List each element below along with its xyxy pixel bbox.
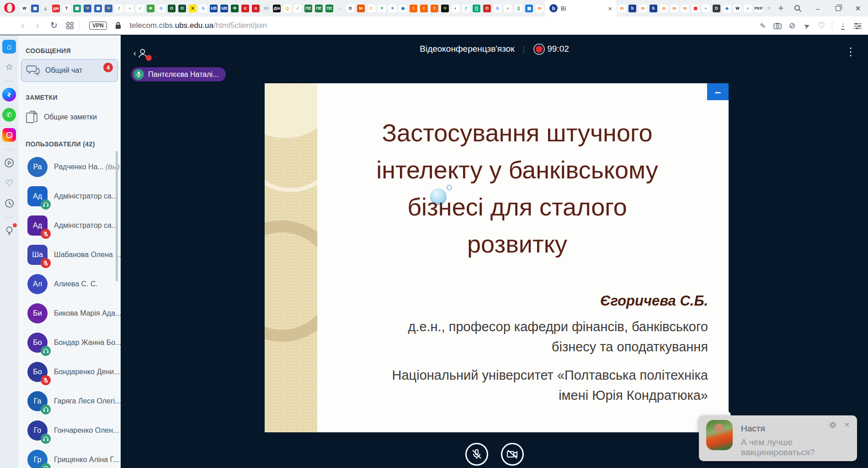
bookmark-heart-icon[interactable]: ♡: [815, 19, 828, 32]
browser-tab[interactable]: G: [198, 0, 208, 16]
browser-tab[interactable]: Ψ: [103, 0, 114, 16]
messenger-icon[interactable]: [2, 88, 16, 102]
browser-tab[interactable]: дм: [51, 0, 61, 16]
browser-tab[interactable]: X: [187, 0, 198, 16]
reload-icon[interactable]: ↻: [45, 20, 63, 31]
browser-tab[interactable]: Ф: [229, 0, 240, 16]
browser-tab[interactable]: W: [732, 0, 743, 16]
browser-tab[interactable]: ◐: [450, 0, 461, 16]
window-close-button[interactable]: ×: [848, 0, 868, 16]
browser-tab[interactable]: ◐: [701, 0, 711, 16]
browser-tab[interactable]: ◖: [124, 0, 135, 16]
browser-tab[interactable]: m: [617, 0, 627, 16]
browser-tab[interactable]: ≋: [145, 0, 156, 16]
browser-tab[interactable]: Q: [282, 0, 293, 16]
browser-tab[interactable]: п: [240, 0, 250, 16]
user-list-item[interactable]: Ад Адміністратор са...: [18, 211, 121, 240]
browser-tab[interactable]: ◭: [40, 0, 51, 16]
browser-tab[interactable]: m: [680, 0, 690, 16]
browser-tab[interactable]: m: [534, 0, 545, 16]
browser-tab[interactable]: t: [419, 0, 429, 16]
search-icon[interactable]: [788, 0, 808, 16]
toast-settings-gear-icon[interactable]: [829, 421, 837, 429]
report-page-icon[interactable]: ✎: [756, 19, 770, 32]
browser-tab[interactable]: O: [177, 0, 187, 16]
browser-tab[interactable]: t: [408, 0, 419, 16]
browser-tab[interactable]: ◆: [722, 0, 732, 16]
flow-send-icon[interactable]: ➤: [798, 17, 815, 34]
browser-tab[interactable]: ПЕ: [303, 0, 314, 16]
browser-tab[interactable]: ✶: [387, 0, 398, 16]
browser-tab[interactable]: ✶: [377, 0, 387, 16]
user-list-item[interactable]: Гр Грищенко Аліна Г...: [18, 445, 121, 468]
opera-menu-button[interactable]: O: [0, 0, 19, 16]
browser-tab[interactable]: O: [482, 0, 492, 16]
favorites-heart-icon[interactable]: ♡: [2, 176, 16, 190]
browser-tab[interactable]: O: [166, 0, 177, 16]
browser-tab[interactable]: ƒ: [114, 0, 124, 16]
active-speaker-pill[interactable]: Пантєлєєва Наталі...: [131, 67, 226, 81]
browser-tab[interactable]: ▦: [93, 0, 103, 16]
home-speed-dial-icon[interactable]: ⌂: [2, 40, 16, 54]
window-minimize-button[interactable]: –: [808, 0, 828, 16]
history-clock-icon[interactable]: [2, 196, 16, 210]
browser-tab[interactable]: 50: [261, 0, 272, 16]
easy-setup-sliders-icon[interactable]: [851, 19, 864, 32]
browser-tab[interactable]: D: [345, 0, 356, 16]
browser-tab[interactable]: ◐: [743, 0, 753, 16]
browser-tab[interactable]: G: [492, 0, 503, 16]
browser-tab[interactable]: ⌂: [335, 0, 345, 16]
url-field[interactable]: telecom.cibs.ubs.edu.ua/html5client/join: [130, 21, 267, 30]
browser-tab[interactable]: m: [659, 0, 669, 16]
options-kebab-menu[interactable]: ⋮: [845, 45, 856, 58]
browser-tab[interactable]: ▤: [524, 0, 534, 16]
downloads-icon[interactable]: ↓: [836, 19, 850, 32]
browser-tab[interactable]: T: [61, 0, 72, 16]
browser-tab[interactable]: m: [669, 0, 680, 16]
user-list-item[interactable]: Бо Бондар Жанна Бо...: [18, 328, 121, 357]
unmute-microphone-button[interactable]: [465, 443, 488, 466]
user-list-item[interactable]: Ша Шабанова Олена ...: [18, 240, 121, 269]
browser-tab[interactable]: G: [156, 0, 166, 16]
browser-tab[interactable]: ◉: [398, 0, 408, 16]
user-list-item[interactable]: Ад Адміністратор са...: [18, 182, 121, 211]
browser-tab[interactable]: D: [711, 0, 722, 16]
browser-tab[interactable]: []: [471, 0, 482, 16]
snapshot-camera-icon[interactable]: [771, 19, 784, 32]
tab-close-icon[interactable]: ×: [608, 5, 612, 12]
tips-bulb-icon[interactable]: [2, 224, 16, 238]
browser-tab[interactable]: t: [429, 0, 440, 16]
user-list-item[interactable]: Га Гаряга Леся Олегі...: [18, 387, 121, 416]
shared-notes-item[interactable]: Общие заметки: [21, 106, 118, 129]
public-chat-item[interactable]: Общий чат 4: [21, 59, 118, 82]
vpn-badge[interactable]: VPN: [89, 22, 107, 30]
browser-tab[interactable]: (): [513, 0, 524, 16]
browser-tab[interactable]: ✓: [135, 0, 145, 16]
browser-tab[interactable]: m: [638, 0, 648, 16]
recording-indicator[interactable]: 99:02: [533, 44, 569, 54]
browser-tab[interactable]: ∷: [764, 0, 774, 16]
browser-tab[interactable]: PKP: [753, 0, 764, 16]
user-list-item[interactable]: Го Гончаренко Олен...: [18, 416, 121, 445]
back-icon[interactable]: ‹: [16, 17, 30, 34]
browser-tab[interactable]: ПЕ: [314, 0, 324, 16]
user-list-item[interactable]: Ал Алиева С. С.: [18, 269, 121, 299]
toast-close-icon[interactable]: ×: [844, 419, 850, 430]
active-browser-tab[interactable]: b Bi ×: [545, 0, 617, 16]
browser-tab[interactable]: ▦: [30, 0, 40, 16]
lock-icon[interactable]: [112, 19, 125, 32]
browser-tab[interactable]: Дія: [272, 0, 282, 16]
window-restore-button[interactable]: [828, 0, 848, 16]
browser-tab[interactable]: ПЕ: [324, 0, 335, 16]
browser-tab[interactable]: п: [250, 0, 261, 16]
user-list-item[interactable]: Бо Бондаренко Дени...: [18, 357, 121, 387]
speed-dial-icon[interactable]: [63, 19, 77, 32]
presentation-slide[interactable]: – Застосування штучного інтелекту у банк…: [265, 83, 729, 432]
browser-tab[interactable]: b: [648, 0, 659, 16]
adblock-icon[interactable]: ⊘: [785, 19, 799, 32]
browser-tab[interactable]: ◐: [503, 0, 513, 16]
user-list-scrollbar[interactable]: [116, 151, 118, 281]
whatsapp-icon[interactable]: ✆: [2, 108, 16, 122]
browser-tab[interactable]: C: [366, 0, 377, 16]
browser-tab[interactable]: ▦: [72, 0, 82, 16]
